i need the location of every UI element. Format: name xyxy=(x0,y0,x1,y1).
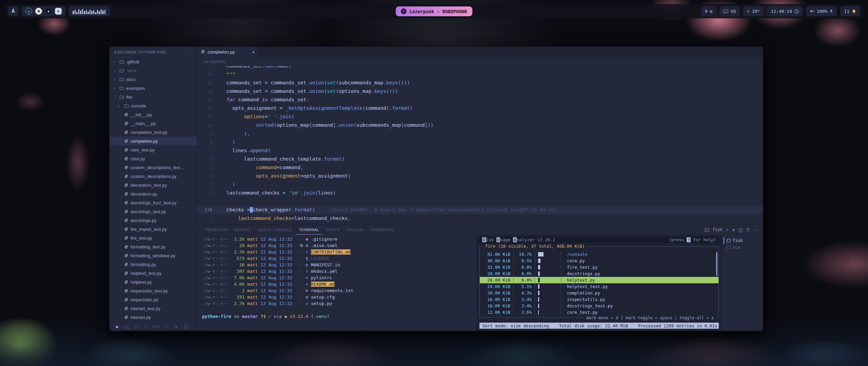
explorer-item[interactable]: › formatting_windows.py xyxy=(110,251,197,260)
terminal-session-dua[interactable]: dua xyxy=(724,244,763,251)
keyboard-layout-pill[interactable]: US xyxy=(719,6,740,16)
terminal-dropdown-chevron[interactable]: ▾ xyxy=(732,227,735,232)
explorer-item[interactable]: › .venv xyxy=(110,66,197,75)
launcher-button[interactable]: A xyxy=(8,6,18,16)
divider xyxy=(513,297,514,302)
remote-icon[interactable]: ● xyxy=(115,324,119,329)
/console[interactable]: 92.00 KiB 19.7% /console xyxy=(480,251,718,258)
json-icon[interactable]: {} xyxy=(183,324,188,329)
usage-bar xyxy=(538,259,558,263)
clock-pill[interactable]: 12:40:24 xyxy=(767,6,803,16)
fire_test.py[interactable]: 32.00 KiB 6.8% fire_test.py xyxy=(480,264,718,270)
explorer-item[interactable]: › decorators.py xyxy=(110,189,197,198)
cpu-graph-bars xyxy=(73,8,106,14)
tab-completion-py[interactable]: completion.py ● xyxy=(197,47,258,57)
code-icon[interactable]: </> xyxy=(153,324,160,329)
explorer-item[interactable]: › console xyxy=(110,101,197,110)
dua-percent: 8.5% xyxy=(517,258,532,264)
explorer-item[interactable]: › decorators_test.py xyxy=(110,181,197,189)
explorer-item[interactable]: › core.py xyxy=(110,154,197,163)
explorer-item[interactable]: › docstrings.py xyxy=(110,216,197,225)
explorer-item[interactable]: › fire_test.py xyxy=(110,233,197,242)
workspace-app-icon-4[interactable]: ≡ xyxy=(55,8,62,15)
workspace-app-icon-3[interactable]: ▪ xyxy=(45,8,52,15)
terminal-icon xyxy=(727,239,731,242)
core_test.py[interactable]: 12.00 KiB 2.6% core_test.py xyxy=(480,309,718,316)
panel-tab[interactable]: GITLENS xyxy=(343,225,367,235)
weather-pill[interactable]: ☀ 29° xyxy=(743,6,764,16)
explorer-item[interactable]: › docstrings_fuzz_test.py xyxy=(110,198,197,207)
panel-tab[interactable]: PROBLEMS xyxy=(202,225,231,235)
divider xyxy=(561,303,561,308)
helptext_test.py[interactable]: 24.00 KiB 5.1% helptext_test.py xyxy=(480,283,718,290)
explorer-item[interactable]: › formatting_test.py xyxy=(110,242,197,251)
explorer-item[interactable]: › completion_test.py xyxy=(110,128,197,137)
explorer-item[interactable]: › inspectutils_test.py xyxy=(110,286,197,295)
python-file-icon xyxy=(124,157,129,161)
code-editor[interactable]: 17 commands_set.add(name) 16 """ 15 comm… xyxy=(197,66,763,225)
explorer-item[interactable]: › interact.py xyxy=(110,313,197,322)
panel-tab[interactable]: DEBUG CONSOLE xyxy=(254,225,295,235)
explorer-item[interactable]: › custom_descriptions_test… xyxy=(110,163,197,172)
panel-tab[interactable]: TERMINAL xyxy=(296,225,323,235)
panel-tab[interactable]: COMMENTS xyxy=(367,225,397,235)
folder-icon xyxy=(119,68,124,73)
explorer-item[interactable]: › formatting.py xyxy=(110,260,197,269)
explorer-item[interactable]: › docs xyxy=(110,75,197,84)
explorer-item[interactable]: › helptext_test.py xyxy=(110,269,197,278)
helptext.py[interactable]: 28.00 KiB 6.0% helptext.py xyxy=(480,277,718,283)
active-shell-label[interactable]: fish xyxy=(713,227,723,232)
explorer-item[interactable]: › core_test.py xyxy=(110,145,197,154)
explorer-item-label: custom_descriptions_test… xyxy=(131,165,185,170)
explorer-item[interactable]: › __main__.py xyxy=(110,119,197,128)
folder-icon[interactable]: □ xyxy=(143,324,147,329)
terminal-dua[interactable]: Disk Usage Analyzer v2.29.2 (press ? for… xyxy=(476,235,722,331)
explorer-item[interactable]: › inspectutils.py xyxy=(110,295,197,304)
now-playing-pill[interactable]: ♪ Lazerpunk - ROBOPHONK xyxy=(396,6,472,16)
core.py[interactable]: 40.00 KiB 8.5% core.py xyxy=(480,258,718,264)
explorer-item[interactable]: › completion.py xyxy=(110,137,197,145)
notifications-pill[interactable]: 11 xyxy=(840,6,860,16)
gear-icon[interactable]: ⚙ xyxy=(174,324,178,329)
panel-tab[interactable]: PORTS xyxy=(322,225,343,235)
explorer-item[interactable]: › fire xyxy=(110,93,197,101)
terminal-fish[interactable]: .rw-r--r-- 1.2k matt 12 Aug 12:32 -- ◆ .… xyxy=(202,235,476,331)
dua-total-usage: Total disk usage: 22.40 MiB xyxy=(559,323,628,328)
modified-dot[interactable]: ● xyxy=(253,50,254,54)
explorer-item[interactable]: › examples xyxy=(110,84,197,93)
panel-tab[interactable]: OUTPUT xyxy=(231,225,254,235)
code-text: ) xyxy=(220,180,235,189)
explorer-item[interactable]: › docstrings_test.py xyxy=(110,207,197,216)
inspectutils.py[interactable]: 16.00 KiB 3.4% inspectutils.py xyxy=(480,296,718,303)
python-file-icon xyxy=(124,306,129,311)
folder-icon xyxy=(119,60,124,64)
volume-pill[interactable]: 100% xyxy=(806,6,837,16)
explorer-more-icon[interactable]: ⋯ xyxy=(188,49,192,55)
explorer-item[interactable]: › custom_descriptions.py xyxy=(110,172,197,181)
code-text: lastcommand_checks=lastcommand_checks, xyxy=(220,214,351,223)
breadcrumb[interactable]: no elements xyxy=(197,57,763,66)
dua-scrollbar[interactable] xyxy=(716,252,717,276)
divider xyxy=(535,265,535,270)
updates-pill[interactable]: 9 ⚙ xyxy=(701,6,716,16)
kill-terminal-button[interactable] xyxy=(746,228,750,232)
cpu-graph-widget[interactable] xyxy=(69,6,110,16)
split-terminal-button[interactable]: ◫ xyxy=(738,227,743,232)
explorer-item[interactable]: › interact_test.py xyxy=(110,304,197,313)
docstrings_test.py[interactable]: 16.00 KiB 3.4% docstrings_test.py xyxy=(480,303,718,309)
docstrings.py[interactable]: 28.00 KiB 6.0% docstrings.py xyxy=(480,270,718,277)
terminal-session-fish[interactable]: fish xyxy=(724,237,763,244)
explorer-item[interactable]: › helptext.py xyxy=(110,278,197,286)
new-terminal-button[interactable]: + xyxy=(726,227,729,232)
explorer-item[interactable]: › __init__.py xyxy=(110,110,197,119)
explorer-item[interactable]: › .github xyxy=(110,57,197,66)
search-icon[interactable] xyxy=(124,325,128,328)
panel-more-actions-icon[interactable]: ⋯ xyxy=(754,227,758,232)
layout-icon[interactable]: ◫ xyxy=(134,324,138,329)
explorer-item[interactable]: › fire_import_test.py xyxy=(110,225,197,233)
python-file-icon xyxy=(124,271,129,276)
more-icon[interactable]: ⋯ xyxy=(165,324,169,329)
completion.py[interactable]: 20.00 KiB 4.3% completion.py xyxy=(480,290,718,296)
workspace-app-icon-2[interactable]: N xyxy=(35,8,42,15)
workspace-app-icon-1[interactable]: ◎ xyxy=(25,8,32,15)
